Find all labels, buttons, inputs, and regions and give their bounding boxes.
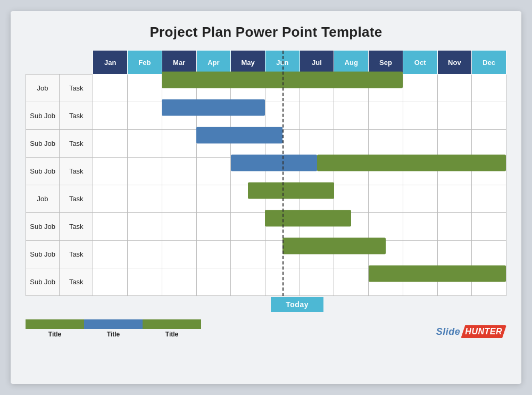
gantt-bar [162, 71, 403, 88]
gantt-cell [472, 102, 506, 130]
header-row: JanFebMarAprMayJunJulAugSepOctNovDec [26, 51, 506, 75]
gantt-cell [437, 130, 472, 158]
legend-label: Title [107, 331, 120, 338]
gantt-cell [265, 268, 300, 296]
header-month-may: May [231, 51, 265, 75]
header-lbl1 [26, 51, 60, 75]
row-label1: Sub Job [26, 158, 60, 185]
gantt-cell [437, 75, 472, 102]
gantt-bar [265, 210, 351, 226]
gantt-cell [128, 102, 162, 130]
gantt-cell [300, 268, 334, 296]
logo: Slide HUNTER [436, 325, 506, 338]
gantt-cell [403, 213, 437, 241]
row-label2: Task [60, 102, 93, 130]
gantt-cell [369, 185, 403, 213]
gantt-cell [162, 158, 196, 185]
header-month-aug: Aug [334, 51, 369, 75]
header-month-mar: Mar [162, 51, 196, 75]
header-month-oct: Oct [403, 51, 437, 75]
today-btn-row: Today [26, 297, 506, 312]
gantt-bar [248, 182, 334, 199]
gantt-cell [128, 268, 162, 296]
gantt-bar [317, 154, 506, 171]
gantt-cell [472, 241, 506, 268]
legend-bar [26, 319, 84, 329]
gantt-cell [334, 185, 369, 213]
row-label1: Job [26, 75, 60, 102]
gantt-cell [472, 185, 506, 213]
gantt-container: JanFebMarAprMayJunJulAugSepOctNovDec Job… [26, 50, 506, 296]
gantt-cell [334, 268, 369, 296]
gantt-row: Sub JobTask [26, 102, 506, 130]
row-label1: Job [26, 185, 60, 213]
gantt-cell [93, 185, 128, 213]
gantt-cell [231, 241, 265, 268]
header-month-feb: Feb [128, 51, 162, 75]
gantt-cell [93, 158, 128, 185]
gantt-cell [437, 241, 472, 268]
row-label2: Task [60, 268, 93, 296]
gantt-cell [472, 130, 506, 158]
gantt-cell [472, 75, 506, 102]
gantt-cell [196, 158, 231, 185]
gantt-cell [93, 268, 128, 296]
legend-items: TitleTitleTitle [26, 319, 201, 338]
gantt-cell [162, 130, 196, 158]
legend-item: Title [143, 319, 201, 338]
gantt-bar [282, 237, 386, 254]
row-label2: Task [60, 185, 93, 213]
gantt-cell [93, 102, 128, 130]
gantt-cell [472, 213, 506, 241]
gantt-cell [162, 185, 196, 213]
header-month-jun: Jun [265, 51, 300, 75]
gantt-bar [231, 154, 317, 171]
gantt-cell [437, 213, 472, 241]
gantt-cell [369, 130, 403, 158]
gantt-cell [300, 102, 334, 130]
gantt-cell [403, 185, 437, 213]
gantt-bar [369, 265, 506, 282]
gantt-cell [93, 130, 128, 158]
slide: Project Plan Power Point Template [11, 11, 521, 384]
header-month-jul: Jul [300, 51, 334, 75]
gantt-cell [437, 102, 472, 130]
gantt-cell [93, 75, 128, 102]
gantt-cell [196, 268, 231, 296]
row-label2: Task [60, 158, 93, 185]
row-label1: Sub Job [26, 241, 60, 268]
legend-bar [84, 319, 143, 329]
legend-label: Title [48, 331, 61, 338]
row-label1: Sub Job [26, 130, 60, 158]
header-month-apr: Apr [196, 51, 231, 75]
gantt-cell [196, 213, 231, 241]
gantt-bar [162, 99, 265, 116]
logo-hunter: HUNTER [461, 325, 506, 338]
gantt-cell [231, 213, 265, 241]
gantt-row: Sub JobTask [26, 241, 506, 268]
row-label2: Task [60, 130, 93, 158]
header-lbl2 [60, 51, 93, 75]
gantt-cell [162, 268, 196, 296]
slide-title: Project Plan Power Point Template [26, 24, 506, 40]
gantt-cell [196, 241, 231, 268]
gantt-cell [403, 102, 437, 130]
gantt-cell [403, 130, 437, 158]
header-month-dec: Dec [472, 51, 506, 75]
row-label2: Task [60, 241, 93, 268]
gantt-cell [403, 75, 437, 102]
gantt-cell [128, 130, 162, 158]
today-button: Today [271, 297, 323, 312]
gantt-cell [265, 102, 300, 130]
logo-slide: Slide [436, 326, 461, 338]
legend-item: Title [84, 319, 143, 338]
legend-bar [143, 319, 201, 329]
gantt-cell [369, 213, 403, 241]
legend-label: Title [165, 331, 178, 338]
header-month-nov: Nov [437, 51, 472, 75]
legend-row: TitleTitleTitle Slide HUNTER [26, 319, 506, 338]
gantt-cell [128, 75, 162, 102]
gantt-cell [300, 130, 334, 158]
gantt-cell [437, 185, 472, 213]
gantt-cell [128, 213, 162, 241]
